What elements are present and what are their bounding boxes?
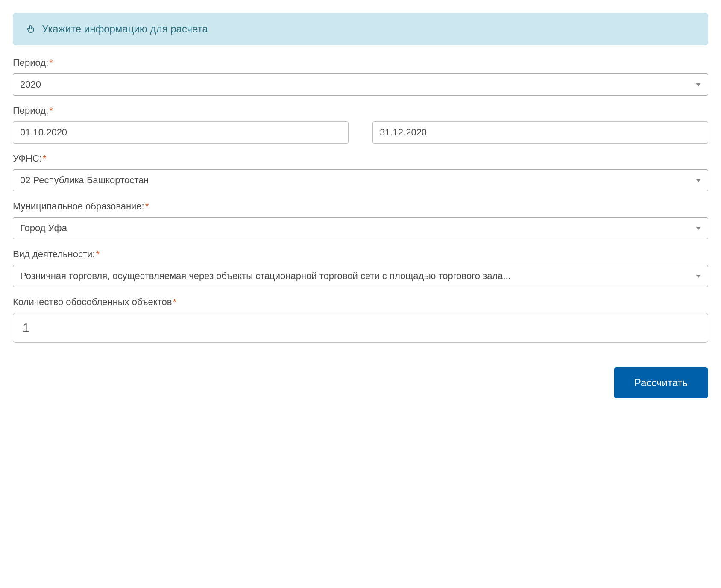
required-mark: * [49,57,53,68]
objects-count-group: Количество обособленных объектов* [13,297,708,343]
objects-count-input[interactable] [13,313,708,343]
ufns-group: УФНС:* 02 Республика Башкортостан [13,153,708,191]
date-to-input[interactable] [372,121,708,144]
ufns-select[interactable]: 02 Республика Башкортостан [13,169,708,191]
municipality-label: Муниципальное образование:* [13,201,708,212]
info-banner-text: Укажите информацию для расчета [42,23,208,35]
period-year-select[interactable]: 2020 [13,74,708,96]
objects-count-label: Количество обособленных объектов* [13,297,708,308]
required-mark: * [173,297,176,307]
chevron-down-icon [696,275,701,278]
form-container: Укажите информацию для расчета Период:* … [13,13,708,398]
required-mark: * [96,249,100,259]
calculate-button[interactable]: Рассчитать [614,368,708,398]
activity-label: Вид деятельности:* [13,249,708,260]
activity-group: Вид деятельности:* Розничная торговля, о… [13,249,708,287]
required-mark: * [145,201,149,212]
info-banner: Укажите информацию для расчета [13,13,708,45]
activity-select[interactable]: Розничная торговля, осуществляемая через… [13,265,708,287]
ufns-label: УФНС:* [13,153,708,164]
chevron-down-icon [696,83,701,86]
chevron-down-icon [696,227,701,230]
period-dates-group: Период:* [13,105,708,144]
date-from-input[interactable] [13,121,349,144]
period-year-label: Период:* [13,57,708,68]
button-row: Рассчитать [13,368,708,398]
municipality-select[interactable]: Город Уфа [13,217,708,239]
date-row [13,121,708,144]
hand-point-icon [26,24,36,34]
period-dates-label: Период:* [13,105,708,116]
period-year-group: Период:* 2020 [13,57,708,96]
chevron-down-icon [696,179,701,182]
municipality-group: Муниципальное образование:* Город Уфа [13,201,708,239]
required-mark: * [49,105,53,116]
required-mark: * [43,153,47,164]
